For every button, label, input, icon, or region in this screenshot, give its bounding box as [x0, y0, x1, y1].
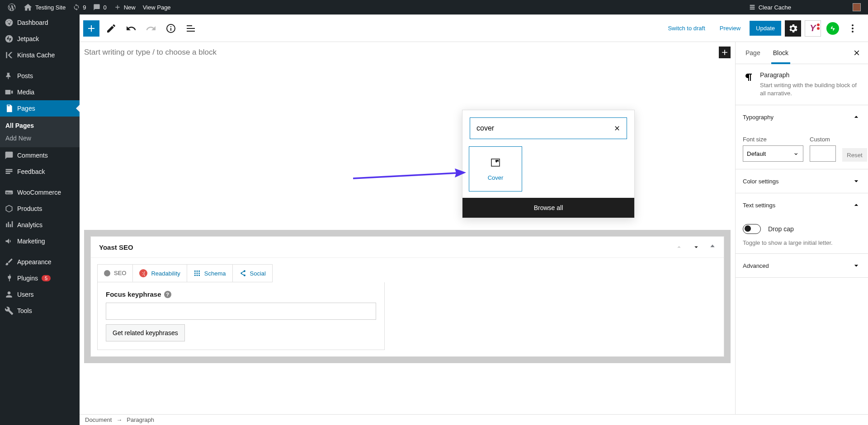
updates-link[interactable]: 9 — [69, 0, 90, 14]
comment-icon — [93, 4, 100, 11]
site-link[interactable]: Testing Site — [20, 0, 69, 14]
clear-cache-link[interactable]: Clear Cache — [745, 0, 795, 14]
new-link[interactable]: New — [110, 0, 139, 14]
avatar-icon — [853, 3, 861, 11]
plus-icon — [114, 4, 121, 11]
comments-link[interactable]: 0 — [90, 0, 110, 14]
user-menu[interactable] — [849, 0, 864, 14]
view-page-link[interactable]: View Page — [139, 0, 175, 14]
admin-bar-spacer — [795, 0, 849, 14]
wp-logo[interactable] — [4, 0, 20, 14]
home-icon — [24, 3, 33, 12]
wordpress-icon — [7, 3, 16, 12]
refresh-icon — [73, 4, 80, 11]
admin-bar: Testing Site 9 0 New View Page Clear Cac… — [0, 0, 868, 14]
cache-icon — [749, 4, 756, 11]
